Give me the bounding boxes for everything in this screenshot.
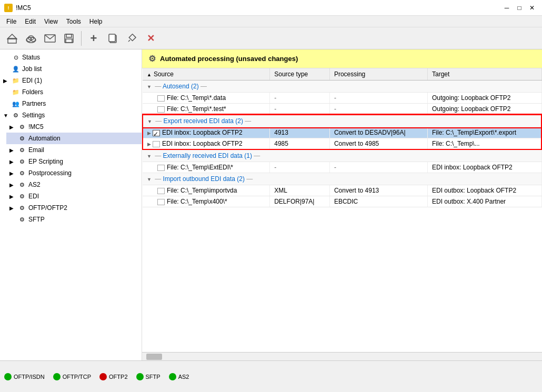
sidebar-expand-oftp: ▶ — [9, 205, 16, 211]
sort-arrow-icon: ▲ — [147, 72, 152, 77]
status-label-as2: AS2 — [178, 374, 189, 380]
processing-cell: - — [329, 162, 427, 173]
col-source[interactable]: ▲Source — [143, 68, 270, 81]
sidebar-label-partners: Partners — [22, 100, 46, 107]
sidebar-label-ep-scripting: EP Scripting — [28, 158, 63, 165]
processing-cell: - — [329, 93, 427, 104]
menu-tools[interactable]: Tools — [62, 17, 85, 26]
app-title: !MC5 — [16, 4, 31, 12]
status-oftp-isdn: OFTP/ISDN — [4, 373, 45, 380]
row-expand-icon2: ▶ — [147, 142, 151, 147]
processing-cell: Convert to 4913 — [329, 185, 427, 196]
source-cell: File: C:\_Temp\importvda — [143, 185, 270, 196]
table-row: File: C:\_Temp\importvda XML Convert to … — [143, 185, 541, 196]
sidebar: ⊙ Status 👤 Job list ▶ 📁 EDI (1) 📁 Folder… — [0, 49, 142, 360]
target-cell: Outgoing: Loopback OFTP2 — [428, 104, 542, 115]
status-dot-oftp-isdn — [4, 373, 12, 380]
group-export-label: ▼ — Export received EDI data (2) — — [143, 115, 541, 127]
menu-edit[interactable]: Edit — [21, 17, 40, 26]
source-type-cell: XML — [270, 185, 330, 196]
sidebar-item-oftp[interactable]: ▶ ⚙ OFTP/OFTP2 — [6, 202, 142, 214]
toolbar-edit-button[interactable] — [123, 29, 140, 47]
sidebar-item-edi[interactable]: ▶ 📁 EDI (1) — [0, 75, 142, 86]
external-expand-icon: ▼ — [147, 154, 152, 159]
toolbar-save-button[interactable] — [60, 29, 78, 47]
toolbar-add-button[interactable]: + — [85, 29, 103, 47]
joblist-icon: 👤 — [12, 65, 20, 73]
sidebar-item-folders[interactable]: 📁 Folders — [0, 86, 142, 98]
table-row: File: C:\_Temp\x400\* DELFOR|97A| EBCDIC… — [143, 196, 541, 207]
ep-scripting-icon: ⚙ — [18, 157, 26, 166]
sidebar-item-partners[interactable]: 👥 Partners — [0, 98, 142, 109]
sftp-icon: ⚙ — [18, 215, 26, 224]
source-type-cell: - — [270, 162, 330, 173]
source-type-cell: - — [270, 93, 330, 104]
col-source-type[interactable]: Source type — [270, 68, 330, 81]
source-cell: File: C:\_Temp\x400\* — [143, 196, 270, 207]
sidebar-item-email[interactable]: ▶ ⚙ Email — [6, 144, 142, 156]
toolbar-home-button[interactable] — [3, 29, 21, 47]
sidebar-item-automation[interactable]: ⚙ Automation — [6, 133, 142, 144]
sidebar-expand-settings: ▼ — [3, 113, 9, 118]
import-expand-icon: ▼ — [147, 177, 152, 182]
table-row-export-1[interactable]: ▶✓EDI inbox: Loopback OFTP2 4913 Convert… — [143, 127, 541, 138]
edi2-icon: ⚙ — [18, 192, 26, 200]
menu-file[interactable]: File — [2, 17, 21, 26]
processing-cell: Convert to DESADV|96A| — [329, 127, 427, 138]
source-type-cell: 4985 — [270, 138, 330, 150]
table-container: ▲Source Source type Processing Target ▼ … — [142, 68, 542, 352]
col-processing[interactable]: Processing — [329, 68, 427, 81]
svg-rect-9 — [66, 39, 72, 43]
header-gear-icon: ⚙ — [148, 54, 156, 64]
status-dot-as2 — [169, 373, 176, 380]
sidebar-label-as2: AS2 — [28, 181, 41, 188]
title-bar-controls: ─ □ ✕ — [501, 2, 538, 14]
group-export[interactable]: ▼ — Export received EDI data (2) — — [143, 115, 541, 127]
sidebar-expand-postprocessing: ▶ — [9, 170, 16, 176]
sidebar-label-postprocessing: Postprocessing — [28, 169, 72, 177]
sidebar-item-status[interactable]: ⊙ Status — [0, 52, 142, 63]
sidebar-item-ep-scripting[interactable]: ▶ ⚙ EP Scripting — [6, 156, 142, 167]
maximize-button[interactable]: □ — [514, 2, 525, 14]
col-target[interactable]: Target — [428, 68, 542, 81]
menu-view[interactable]: View — [40, 17, 62, 26]
sidebar-item-imc5[interactable]: ▶ ⚙ !MC5 — [6, 121, 142, 133]
table-row: File: C:\_Temp\*.data - - Outgoing: Loop… — [143, 93, 541, 104]
export-expand-icon: ▼ — [147, 119, 152, 124]
source-cell: File: C:\_Temp\*.test* — [143, 104, 270, 115]
group-import[interactable]: ▼ — Import outbound EDI data (2) — — [143, 173, 541, 185]
sidebar-label-edi: EDI (1) — [22, 77, 42, 84]
sidebar-expand-edi: ▶ — [3, 78, 9, 84]
source-cell: ▶EDI inbox: Loopback OFTP2 — [143, 138, 270, 150]
autosend-expand-icon: ▼ — [147, 84, 152, 89]
source-cell: File: C:\_Temp\*.data — [143, 93, 270, 104]
sidebar-label-automation: Automation — [28, 135, 61, 142]
svg-rect-8 — [66, 34, 72, 37]
sidebar-item-postprocessing[interactable]: ▶ ⚙ Postprocessing — [6, 167, 142, 179]
toolbar-delete-button[interactable]: ✕ — [142, 29, 159, 47]
sidebar-label-imc5: !MC5 — [28, 123, 44, 130]
sidebar-item-sftp[interactable]: ⚙ SFTP — [6, 214, 142, 225]
sidebar-item-joblist[interactable]: 👤 Job list — [0, 63, 142, 75]
sidebar-item-as2[interactable]: ▶ ⚙ AS2 — [6, 179, 142, 190]
status-as2: AS2 — [169, 373, 189, 380]
group-external[interactable]: ▼ — Externally received EDI data (1) — — [143, 149, 541, 162]
toolbar-mail-button[interactable] — [41, 29, 59, 47]
toolbar-copy-button[interactable] — [104, 29, 122, 47]
sidebar-item-settings[interactable]: ▼ ⚙ Settings — [0, 109, 142, 121]
source-cell: File: C:\_Temp\ExtEDI\* — [143, 162, 270, 173]
horizontal-scrollbar[interactable] — [142, 352, 542, 360]
content-area: ⚙ Automated processing (unsaved changes)… — [142, 49, 542, 360]
toolbar-cloud-button[interactable] — [22, 29, 40, 47]
close-button[interactable]: ✕ — [526, 2, 538, 14]
menu-help[interactable]: Help — [85, 17, 107, 26]
scrollbar-thumb[interactable] — [146, 354, 162, 360]
status-dot-oftp2 — [99, 373, 107, 380]
sidebar-item-edi2[interactable]: ▶ ⚙ EDI — [6, 190, 142, 202]
processing-cell: EBCDIC — [329, 196, 427, 207]
imc5-icon: ⚙ — [18, 123, 26, 131]
sidebar-label-folders: Folders — [22, 88, 43, 96]
group-autosend[interactable]: ▼ — Autosend (2) — — [143, 81, 541, 93]
sidebar-label-status: Status — [22, 54, 40, 61]
minimize-button[interactable]: ─ — [501, 2, 513, 14]
